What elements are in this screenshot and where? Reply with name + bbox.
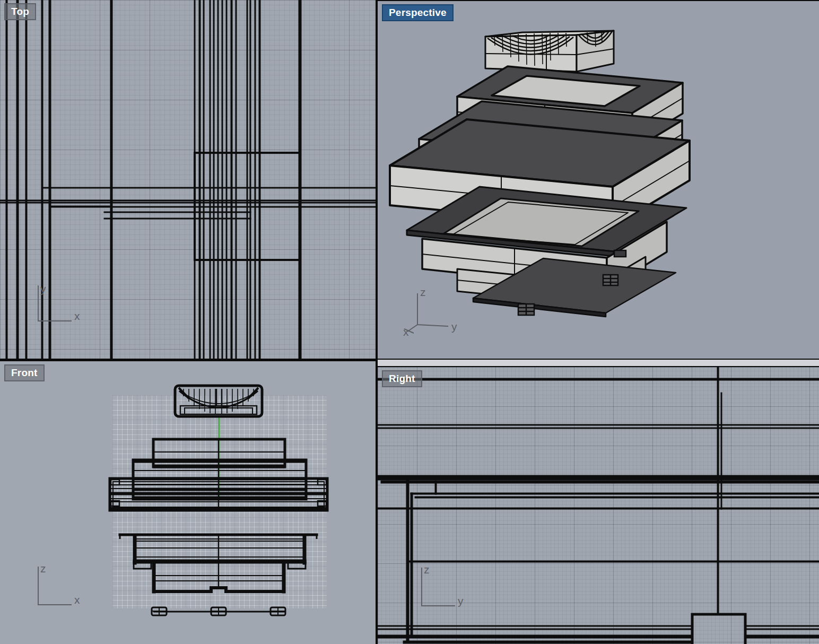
top-axis-x-label: x xyxy=(74,310,80,322)
viewport-front[interactable]: Front xyxy=(0,361,376,644)
right-axis-indicator: z y xyxy=(378,367,819,644)
perspective-axis-indicator: z y x xyxy=(378,1,819,359)
viewport-splitter-vertical[interactable] xyxy=(376,0,378,644)
top-axis-indicator: y x xyxy=(0,0,376,359)
viewport-label-perspective[interactable]: Perspective xyxy=(382,4,454,21)
viewport-label-top[interactable]: Top xyxy=(4,3,36,20)
viewport-splitter-horizontal-right[interactable] xyxy=(378,359,819,367)
front-axis-x-label: x xyxy=(74,594,80,606)
right-axis-z-label: z xyxy=(424,563,430,576)
viewport-label-front[interactable]: Front xyxy=(4,364,45,381)
viewport-top[interactable]: Top xyxy=(0,0,376,359)
front-axis-indicator: z x xyxy=(0,361,376,644)
viewport-splitter-horizontal-left[interactable] xyxy=(0,359,376,361)
perspective-axis-y-label: y xyxy=(451,320,457,333)
perspective-axis-z-label: z xyxy=(420,286,426,298)
front-axis-z-label: z xyxy=(40,562,46,575)
viewport-right[interactable]: Right xyxy=(378,367,819,644)
top-axis-y-label: y xyxy=(40,283,46,295)
viewport-perspective[interactable]: Perspective xyxy=(378,1,819,359)
viewport-label-right[interactable]: Right xyxy=(382,370,422,387)
perspective-axis-x-label: x xyxy=(403,326,409,338)
application-canvas: Top xyxy=(0,0,819,644)
right-axis-y-label: y xyxy=(458,595,464,607)
